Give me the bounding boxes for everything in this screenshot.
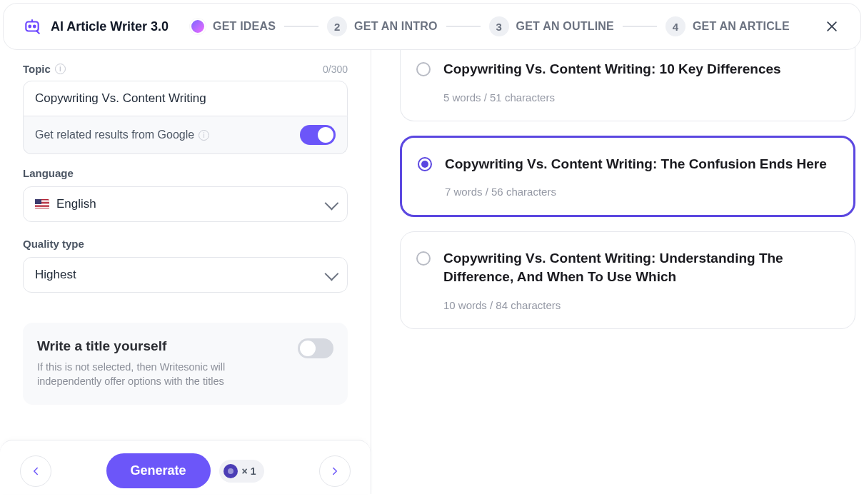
main-content: Topic i 0/300 Get related results from G… [0,50,864,494]
step-get-ideas[interactable]: GET IDEAS [190,19,276,34]
step-get-outline[interactable]: 3 GET AN OUTLINE [489,16,614,36]
topic-field: Topic i 0/300 Get related results from G… [23,63,348,154]
step-number: 2 [327,16,347,36]
credit-coin-icon [223,464,238,478]
result-radio[interactable] [416,62,431,76]
result-meta: 5 words / 51 characters [443,91,835,104]
step-divider [284,26,318,27]
topic-input[interactable] [23,81,348,116]
flag-us-icon [35,199,49,209]
step-number: 4 [665,16,685,36]
chevron-down-icon [325,196,339,211]
write-title-heading: Write a title yourself [37,338,237,354]
step-number: 3 [489,16,509,36]
svg-rect-0 [26,22,38,31]
step-label: GET AN ARTICLE [693,20,790,33]
step-get-article[interactable]: 4 GET AN ARTICLE [665,16,790,36]
left-panel: Topic i 0/300 Get related results from G… [0,50,371,494]
chevron-down-icon [325,267,339,281]
result-card[interactable]: Copywriting Vs. Content Writing: Underst… [400,231,855,328]
language-value: English [56,197,96,211]
topic-char-count: 0/300 [323,64,348,75]
app-icon [22,16,42,36]
credit-text: × 1 [242,465,256,477]
left-footer: Generate × 1 [0,440,371,494]
topic-label: Topic i [23,63,66,75]
generate-button[interactable]: Generate [106,453,211,488]
result-card[interactable]: Copywriting Vs. Content Writing: The Con… [400,136,855,218]
quality-label: Quality type [23,238,84,250]
result-radio[interactable] [418,157,432,171]
quality-field: Quality type Highest [23,238,348,293]
svg-point-2 [34,26,36,28]
step-label: GET IDEAS [213,20,276,33]
step-indicator-active [190,19,206,34]
google-results-label: Get related results from Google i [35,128,209,141]
language-label: Language [23,167,74,179]
write-title-toggle[interactable] [298,338,333,358]
google-results-row: Get related results from Google i [23,116,348,154]
language-select[interactable]: English [23,186,348,222]
step-label: GET AN OUTLINE [516,20,614,33]
step-label: GET AN INTRO [354,20,437,33]
step-get-intro[interactable]: 2 GET AN INTRO [327,16,437,36]
quality-select[interactable]: Highest [23,257,348,293]
results-panel: Copywriting Vs. Content Writing: 10 Key … [371,50,864,494]
header-bar: AI Article Writer 3.0 GET IDEAS 2 GET AN… [3,3,861,50]
prev-button[interactable] [20,455,51,487]
info-icon[interactable]: i [199,130,209,141]
close-button[interactable] [822,16,842,36]
step-divider [446,26,481,27]
result-title: Copywriting Vs. Content Writing: The Con… [445,155,833,173]
result-meta: 10 words / 84 characters [443,299,835,311]
next-button[interactable] [319,455,351,487]
result-radio[interactable] [416,251,431,266]
write-title-card: Write a title yourself If this is not se… [23,323,348,405]
result-meta: 7 words / 56 characters [445,186,833,198]
app-title: AI Article Writer 3.0 [51,19,169,34]
language-field: Language English [23,167,348,222]
result-title: Copywriting Vs. Content Writing: Underst… [443,249,835,286]
svg-point-1 [29,26,31,28]
google-results-toggle[interactable] [300,125,336,145]
credit-chip: × 1 [219,460,265,483]
info-icon[interactable]: i [55,64,66,74]
generate-wrap: Generate × 1 [106,453,265,488]
result-title: Copywriting Vs. Content Writing: 10 Key … [443,60,835,79]
result-card[interactable]: Copywriting Vs. Content Writing: 10 Key … [400,47,855,121]
quality-value: Highest [35,268,76,282]
step-divider [623,26,657,27]
write-title-desc: If this is not selected, then Writesonic… [37,360,237,389]
